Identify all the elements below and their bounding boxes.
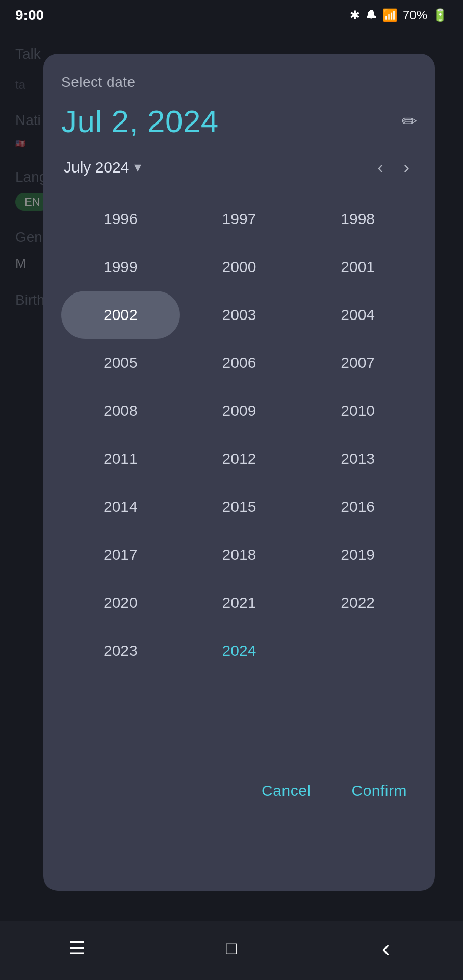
bluetooth-icon: ✱ [350, 8, 360, 22]
year-cell[interactable]: 2017 [61, 531, 180, 579]
nav-arrows: ‹ › [372, 155, 415, 180]
year-cell[interactable]: 2021 [180, 579, 299, 627]
home-nav-button[interactable]: □ [211, 933, 252, 964]
volume-icon: 🔔︎ [365, 8, 377, 22]
year-cell[interactable]: 2020 [61, 579, 180, 627]
year-cell[interactable]: 2013 [298, 435, 417, 483]
year-grid: 1996199719981999200020012002200320042005… [61, 195, 417, 675]
year-cell[interactable]: 2018 [180, 531, 299, 579]
year-cell[interactable]: 2014 [61, 483, 180, 531]
home-nav-icon: □ [226, 938, 237, 959]
date-picker-dialog: Select date Jul 2, 2024 ✏ July 2024 ▾ ‹ … [43, 54, 435, 891]
year-cell[interactable]: 2005 [61, 339, 180, 387]
year-cell[interactable]: 2002 [61, 291, 180, 339]
year-cell[interactable]: 2011 [61, 435, 180, 483]
year-cell[interactable]: 2004 [298, 291, 417, 339]
next-month-button[interactable]: › [399, 155, 415, 180]
selected-date-display: Jul 2, 2024 ✏ [61, 103, 417, 139]
navigation-bar: ☰ □ ‹ [0, 921, 463, 980]
year-grid-container: 1996199719981999200020012002200320042005… [61, 195, 417, 756]
status-time: 9:00 [15, 7, 44, 23]
year-cell[interactable]: 2016 [298, 483, 417, 531]
status-bar: 9:00 ✱ 🔔︎ 📶 70% 🔋 [0, 0, 463, 31]
back-nav-icon: ‹ [382, 934, 390, 962]
year-cell[interactable]: 2006 [180, 339, 299, 387]
year-cell[interactable]: 2015 [180, 483, 299, 531]
year-cell[interactable]: 2023 [61, 627, 180, 675]
dropdown-arrow-icon: ▾ [134, 159, 141, 176]
battery-text: 70% [403, 8, 427, 22]
prev-month-button[interactable]: ‹ [372, 155, 388, 180]
year-cell[interactable]: 2024 [180, 627, 299, 675]
dialog-inner: Select date Jul 2, 2024 ✏ July 2024 ▾ ‹ … [61, 74, 417, 873]
year-cell[interactable]: 2010 [298, 387, 417, 435]
year-cell[interactable]: 1999 [61, 243, 180, 291]
month-year-label: July 2024 [64, 159, 129, 176]
year-cell[interactable]: 1998 [298, 195, 417, 243]
year-cell[interactable]: 1996 [61, 195, 180, 243]
confirm-button[interactable]: Confirm [341, 774, 417, 807]
year-cell[interactable]: 2008 [61, 387, 180, 435]
dialog-actions: Cancel Confirm [61, 767, 417, 807]
year-cell[interactable]: 2022 [298, 579, 417, 627]
year-cell[interactable]: 2019 [298, 531, 417, 579]
selected-date-text: Jul 2, 2024 [61, 103, 219, 139]
wifi-icon: 📶 [382, 8, 398, 22]
year-cell[interactable]: 2012 [180, 435, 299, 483]
battery-icon: 🔋 [432, 8, 448, 22]
cancel-button[interactable]: Cancel [251, 774, 321, 807]
month-navigation: July 2024 ▾ ‹ › [61, 155, 417, 180]
year-cell[interactable]: 1997 [180, 195, 299, 243]
menu-nav-button[interactable]: ☰ [57, 933, 97, 964]
year-cell[interactable]: 2003 [180, 291, 299, 339]
year-cell[interactable]: 2007 [298, 339, 417, 387]
back-nav-button[interactable]: ‹ [366, 933, 406, 964]
year-cell [298, 627, 417, 675]
year-cell[interactable]: 2009 [180, 387, 299, 435]
year-cell[interactable]: 2000 [180, 243, 299, 291]
month-year-selector[interactable]: July 2024 ▾ [64, 159, 141, 176]
edit-icon[interactable]: ✏ [402, 111, 418, 132]
year-cell[interactable]: 2001 [298, 243, 417, 291]
dialog-title: Select date [61, 74, 417, 90]
status-icons: ✱ 🔔︎ 📶 70% 🔋 [350, 8, 448, 22]
menu-nav-icon: ☰ [69, 938, 85, 959]
